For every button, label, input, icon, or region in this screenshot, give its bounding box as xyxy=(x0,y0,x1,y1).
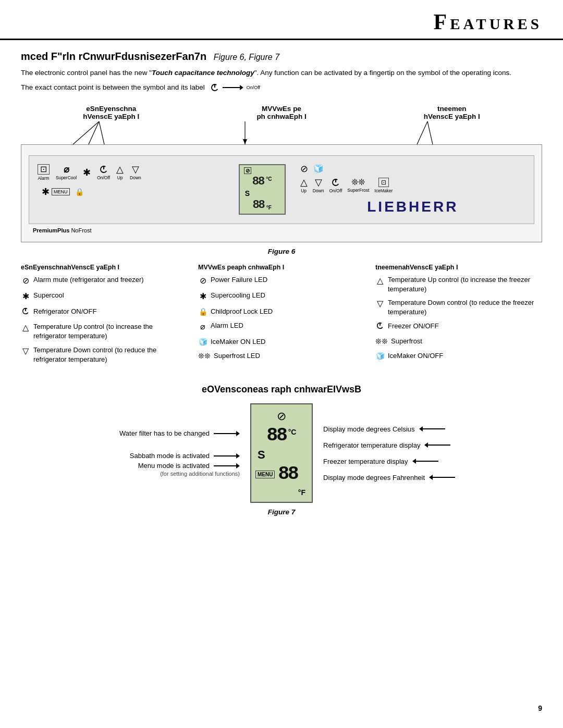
item-sym: 🧊 xyxy=(198,337,207,348)
item-sym: ❊❊ xyxy=(375,337,388,347)
item-sym xyxy=(21,307,30,318)
power-icon xyxy=(210,83,219,92)
sabbath-label: Sabbath mode is activated xyxy=(130,452,240,460)
page-header: Features xyxy=(0,0,563,40)
list-item: Refrigerator ON/OFF xyxy=(21,307,188,318)
column-headers: eSnEyenschna hVenscE yaEph I MVVwEs pe p… xyxy=(21,105,542,120)
sabbath-menu-group: Sabbath mode is activated Menu mode is a… xyxy=(130,452,240,477)
list-item: △ Temperature Up control (to increase th… xyxy=(375,275,542,294)
up-sym: △ xyxy=(116,165,124,174)
list-item: △ Temperature Up control (to increase th… xyxy=(21,322,188,341)
left-icons-row: ⊡ Alarm ⌀ SuperCool ✱ xyxy=(33,161,228,184)
panel-left: ⊡ Alarm ⌀ SuperCool ✱ xyxy=(33,161,228,218)
superfrost-lbl: SuperFrost xyxy=(347,188,369,193)
up-r-lbl: Up xyxy=(301,188,307,193)
big-lcd-display: ⊘ 88 °C S MENU 88 °F xyxy=(250,403,313,503)
up-r-icon-panel: △ Up xyxy=(300,178,308,193)
lcd-top-row: 88 °C xyxy=(252,175,272,188)
arrow-celsius xyxy=(419,426,445,431)
supercool-lbl: SuperCool xyxy=(56,175,77,180)
arrow-fahrenheit xyxy=(429,475,455,480)
arrow-water-filter xyxy=(214,431,240,436)
list-item: ⌀ Alarm LED xyxy=(198,321,365,332)
bottom-section-title: eOVensconeas raph cnhwarEIVwsB xyxy=(21,384,542,395)
page-content: mced F"rln rCnwurFdusnisezerFan7n Figure… xyxy=(0,40,563,540)
svg-line-2 xyxy=(73,121,99,144)
onoff-list-icon xyxy=(21,307,30,315)
fahrenheit-label: Display mode degrees Fahrenheit xyxy=(323,474,455,482)
lcd-alarm-sym: ⊘ xyxy=(244,167,251,174)
svg-line-4 xyxy=(99,121,104,144)
page-title: Features xyxy=(21,9,542,34)
item-sym: ❊❊ xyxy=(198,351,211,362)
lock-icon-panel: 🔒 xyxy=(75,188,84,196)
big-bottom-digit: 88 xyxy=(278,465,297,484)
contact-line: The exact contact point is between the s… xyxy=(21,83,542,92)
figure6-caption: Figure 6 xyxy=(21,248,542,255)
item-sym: △ xyxy=(375,275,385,287)
item-sym: ⊘ xyxy=(198,275,207,287)
menu-star-sym: ✱ xyxy=(42,186,50,198)
down-r-icon-panel: ▽ Down xyxy=(313,178,324,193)
up-lbl: Up xyxy=(117,175,123,180)
menu-label-panel: MENU xyxy=(52,188,70,195)
section-title: mced F"rln rCnwurFdusnisezerFan7n Figure… xyxy=(21,51,542,63)
feature-list-right: △ Temperature Up control (to increase th… xyxy=(375,275,542,362)
big-menu-row: MENU 88 xyxy=(255,465,308,484)
arrows-connector xyxy=(21,121,542,144)
feature-list-center: ⊘ Power Failure LED ✱ Supercooling LED 🔒… xyxy=(198,275,365,362)
lcd-top-unit: °C xyxy=(266,176,272,182)
list-item: ⊘ Power Failure LED xyxy=(198,275,365,287)
feature-col-left: eSnEyenschnahVenscE yaEph I ⊘ Alarm mute… xyxy=(21,264,188,368)
feature-col-left-title: eSnEyenschnahVenscE yaEph I xyxy=(21,264,188,271)
right-icons-row1: ⊘ 🧊 xyxy=(296,161,530,177)
ice-icon-panel-r1: 🧊 xyxy=(313,165,324,173)
onoff-r-lbl: On/Off xyxy=(329,188,342,193)
lcd-s-row: ⊘ xyxy=(243,167,282,174)
list-item: ✱ Supercooling LED xyxy=(198,291,365,302)
menu-note: (for setting additional functions) xyxy=(160,471,240,477)
intro-paragraph: The electronic control panel has the new… xyxy=(21,68,542,79)
panel-diagram: ⊡ Alarm ⌀ SuperCool ✱ xyxy=(29,155,534,224)
lcd-bottom-unit: °F xyxy=(266,205,272,211)
lcd-s-indicator: S xyxy=(243,189,282,198)
lcd-top-digit: 88 xyxy=(252,175,264,188)
icemaker-lbl: IceMaker xyxy=(374,188,393,193)
down-icon-panel: ▽ Down xyxy=(130,165,141,180)
svg-line-7 xyxy=(417,121,427,144)
menu-star-row: ✱ MENU 🔒 xyxy=(33,184,228,198)
col-header-left: eSnEyenschna hVenscE yaEph I xyxy=(26,105,197,120)
svg-line-8 xyxy=(427,121,433,144)
pf-sym: ⊘ xyxy=(300,164,308,174)
arrow-icon xyxy=(223,85,243,90)
list-item: ▽ Temperature Down control (to reduce th… xyxy=(375,298,542,317)
onoff-label: On/Off xyxy=(247,85,260,90)
alarm-lbl: Alarm xyxy=(38,176,49,181)
onoff-icon-panel: On/Off xyxy=(97,165,110,180)
arrow-sabbath xyxy=(214,453,240,459)
big-top-digit: 88 xyxy=(267,426,286,445)
down-r-lbl: Down xyxy=(313,188,324,193)
feature-col-center: MVVwEs peaph cnhwaEph I ⊘ Power Failure … xyxy=(198,264,365,368)
svg-marker-6 xyxy=(243,139,247,144)
figure7-caption: Figure 7 xyxy=(21,508,542,516)
water-filter-label: Water filter has to be changed xyxy=(119,429,240,437)
item-sym: ✱ xyxy=(198,291,207,302)
list-item: ❊❊ Superfrost LED xyxy=(198,351,365,362)
display-labels-left: Water filter has to be changed Sabbath m… xyxy=(52,429,240,477)
icemaker-icon-panel: ⊡ IceMaker xyxy=(374,178,393,193)
item-sym: ✱ xyxy=(21,291,30,302)
up-icon-panel: △ Up xyxy=(116,165,124,180)
arrow-freezer-temp xyxy=(412,459,438,464)
ref-temp-label: Refrigerator temperature display xyxy=(323,441,450,449)
up-r-sym: △ xyxy=(300,178,308,187)
item-sym: △ xyxy=(21,322,30,334)
down-lbl: Down xyxy=(130,175,141,180)
display-diagram-wrapper: Water filter has to be changed Sabbath m… xyxy=(21,403,542,503)
svg-line-3 xyxy=(89,121,99,144)
item-sym: ⌀ xyxy=(198,321,207,332)
icemaker-sym-panel: ⊡ xyxy=(378,178,389,187)
celsius-label: Display mode degrees Celsius xyxy=(323,425,445,433)
big-top-unit: °C xyxy=(288,428,297,436)
big-menu-label: MENU xyxy=(255,471,275,478)
